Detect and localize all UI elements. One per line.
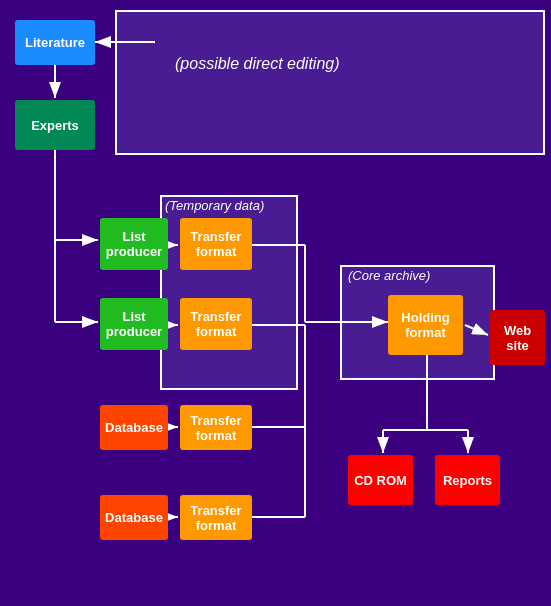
database-2-box: Database	[100, 495, 168, 540]
core-archive-label: (Core archive)	[348, 268, 430, 283]
possible-editing-region	[115, 10, 545, 155]
literature-box: Literature	[15, 20, 95, 65]
cd-rom-box: CD ROM	[348, 455, 413, 505]
transfer-format-4-box: Transfer format	[180, 495, 252, 540]
diagram: (possible direct editing) (Temporary dat…	[0, 0, 551, 606]
list-producer-2-box: List producer	[100, 298, 168, 350]
reports-box: Reports	[435, 455, 500, 505]
temporary-data-label: (Temporary data)	[165, 198, 264, 213]
database-1-box: Database	[100, 405, 168, 450]
transfer-format-1-box: Transfer format	[180, 218, 252, 270]
web-site-box: Web site	[490, 310, 545, 365]
experts-box: Experts	[15, 100, 95, 150]
list-producer-1-box: List producer	[100, 218, 168, 270]
transfer-format-3-box: Transfer format	[180, 405, 252, 450]
holding-format-box: Holding format	[388, 295, 463, 355]
possible-editing-label: (possible direct editing)	[175, 55, 340, 73]
transfer-format-2-box: Transfer format	[180, 298, 252, 350]
